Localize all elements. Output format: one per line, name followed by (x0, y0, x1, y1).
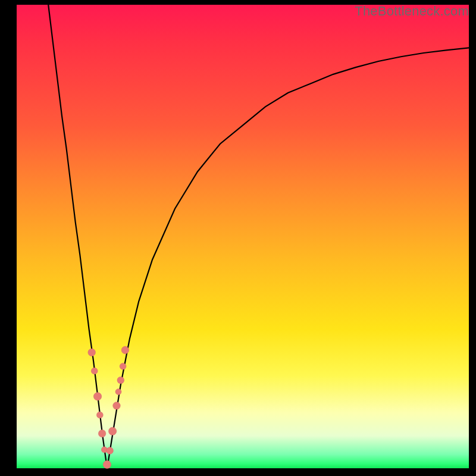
curve-marker (113, 402, 121, 410)
curve-marker (107, 447, 114, 455)
curve-marker (88, 349, 96, 356)
chart-svg (17, 5, 469, 468)
curve-marker (121, 346, 129, 354)
watermark-text: TheBottleneck.com (355, 4, 469, 19)
curve-marker (108, 427, 116, 435)
curve-marker (120, 363, 126, 369)
curve-marker (98, 430, 106, 437)
curve-marker (96, 412, 103, 418)
curve-marker (91, 368, 98, 374)
bottleneck-curve (48, 5, 469, 468)
curve-marker (117, 377, 124, 384)
curve-marker (93, 393, 101, 400)
curve-marker (103, 461, 111, 468)
curve-marker (115, 389, 121, 394)
outer-frame: TheBottleneck.com (0, 0, 476, 476)
plot-area (17, 5, 469, 468)
